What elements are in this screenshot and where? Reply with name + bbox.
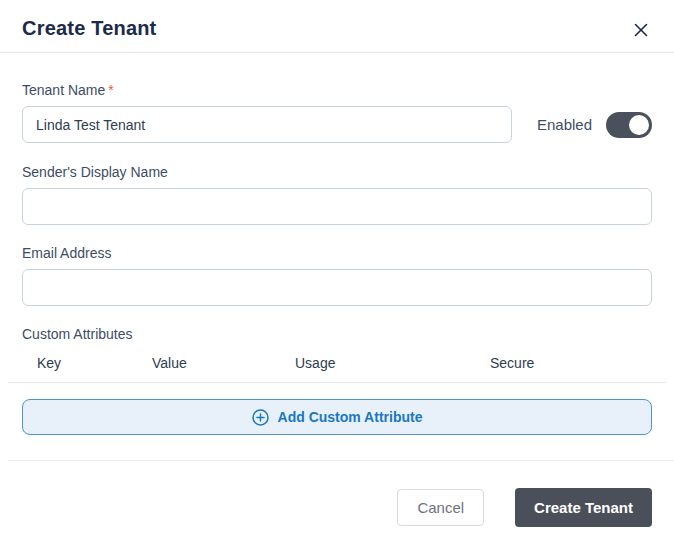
- modal-title: Create Tenant: [22, 17, 157, 40]
- attributes-table-divider: [8, 382, 666, 383]
- custom-attributes-label: Custom Attributes: [22, 326, 652, 342]
- modal-footer: Cancel Create Tenant: [0, 461, 674, 527]
- required-asterisk: *: [108, 82, 113, 98]
- header-divider: [0, 52, 674, 53]
- create-tenant-modal: Create Tenant Tenant Name* Enabled Sende…: [0, 0, 674, 541]
- email-address-label: Email Address: [22, 245, 652, 261]
- toggle-knob: [629, 115, 649, 135]
- sender-display-name-label: Sender's Display Name: [22, 164, 652, 180]
- tenant-name-label-text: Tenant Name: [22, 82, 105, 98]
- add-custom-attribute-button[interactable]: Add Custom Attribute: [22, 399, 652, 435]
- modal-header: Create Tenant: [0, 0, 674, 52]
- sender-display-name-input[interactable]: [22, 188, 652, 225]
- enabled-label: Enabled: [537, 116, 592, 133]
- cancel-button[interactable]: Cancel: [397, 489, 484, 526]
- enabled-toggle[interactable]: [606, 112, 652, 138]
- plus-circle-icon: [252, 409, 269, 426]
- column-header-key: Key: [37, 355, 152, 371]
- create-tenant-button[interactable]: Create Tenant: [515, 488, 652, 527]
- modal-body: Tenant Name* Enabled Sender's Display Na…: [0, 82, 674, 435]
- close-button[interactable]: [630, 19, 652, 41]
- column-header-secure: Secure: [490, 355, 652, 371]
- add-custom-attribute-label: Add Custom Attribute: [278, 409, 423, 425]
- column-header-usage: Usage: [295, 355, 490, 371]
- tenant-name-row: Enabled: [22, 106, 652, 143]
- custom-attributes-header-row: Key Value Usage Secure: [22, 355, 652, 371]
- column-header-value: Value: [152, 355, 295, 371]
- email-address-input[interactable]: [22, 269, 652, 306]
- enabled-group: Enabled: [537, 112, 652, 138]
- close-icon: [634, 23, 648, 37]
- tenant-name-input[interactable]: [22, 106, 512, 143]
- tenant-name-label: Tenant Name*: [22, 82, 652, 98]
